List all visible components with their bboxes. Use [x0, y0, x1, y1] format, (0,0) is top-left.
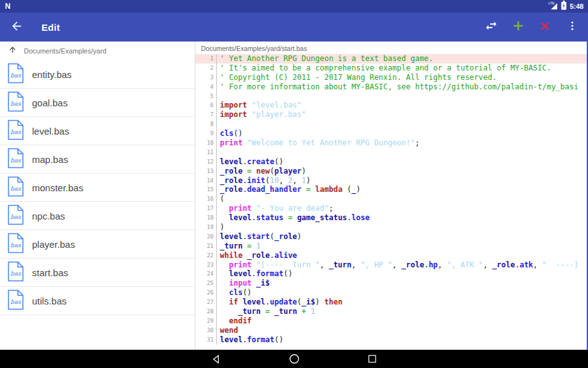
code-line-text: while _role.alive: [217, 251, 297, 260]
status-bar: N LTE 5:48: [0, 0, 588, 13]
bas-file-icon: bas: [8, 233, 24, 256]
code-line: 15_role.dead_handler = lambda (_): [195, 185, 587, 194]
more-vert-icon: [567, 20, 578, 34]
code-line: 8: [195, 120, 587, 129]
code-line: 27 if level.update(_i$) then: [195, 298, 587, 307]
line-number: 1: [195, 54, 217, 64]
code-line-text: [217, 92, 220, 101]
svg-text:bas: bas: [11, 128, 22, 135]
code-line-text: _role.dead_handler = lambda (_): [217, 185, 361, 194]
svg-text:bas: bas: [11, 100, 22, 107]
code-line: 1' Yet Another RPG Dungeon is a text bas…: [195, 54, 587, 64]
line-number: 18: [195, 213, 217, 223]
nav-recents-icon: [368, 354, 377, 364]
bas-file-icon: bas: [8, 261, 24, 284]
line-number: 20: [195, 232, 217, 242]
plus-icon: [511, 19, 525, 35]
code-line-text: print "[---- Turn ", _turn, ", HP ", _ro…: [217, 260, 579, 270]
file-list-item[interactable]: bas start.bas: [0, 259, 195, 287]
line-number: 22: [195, 251, 217, 260]
code-line: 11: [195, 148, 587, 157]
file-list-item[interactable]: bas level.bas: [0, 117, 195, 145]
bas-file-icon: bas: [8, 176, 24, 199]
code-line-text: level.format(): [217, 335, 283, 345]
back-button[interactable]: [0, 13, 33, 42]
line-number: 12: [195, 157, 217, 167]
add-button[interactable]: [504, 13, 531, 42]
code-line: 2' It's aimed to be a comprehensive exam…: [195, 64, 587, 73]
code-line-text: ): [217, 223, 224, 232]
line-number: 19: [195, 223, 217, 232]
overflow-menu-button[interactable]: [558, 13, 585, 42]
close-button[interactable]: [531, 13, 558, 42]
code-line: 28 _turn = _turn + 1: [195, 307, 587, 316]
bas-file-icon: bas: [8, 204, 24, 228]
navigation-bar: [0, 350, 588, 368]
code-line-text: ' Yet Another RPG Dungeon is a text base…: [217, 54, 433, 64]
line-number: 15: [195, 185, 217, 194]
swap-button[interactable]: [477, 13, 504, 42]
file-label: npc.bas: [32, 211, 65, 221]
nav-home-icon: [289, 354, 300, 364]
file-list-item[interactable]: bas goal.bas: [0, 89, 195, 117]
file-list-item[interactable]: bas monster.bas: [0, 174, 195, 202]
code-line-text: cls(): [217, 288, 252, 298]
code-line-text: cls(): [217, 129, 242, 138]
file-label: monster.bas: [32, 182, 84, 193]
file-list-item[interactable]: bas map.bas: [0, 145, 195, 174]
nav-home-button[interactable]: [288, 350, 300, 368]
line-number: 25: [195, 279, 217, 288]
code-line-text: level.format(): [217, 269, 293, 279]
code-line-text: ' For more information about MY-BASIC, s…: [217, 82, 579, 92]
line-number: 28: [195, 307, 217, 316]
code-line-text: endif: [217, 316, 252, 326]
file-label: player.bas: [32, 239, 75, 250]
code-line: 19): [195, 223, 587, 232]
file-label: level.bas: [32, 126, 69, 137]
line-number: 14: [195, 176, 217, 186]
code-line: 16(: [195, 194, 587, 204]
code-line: 5: [195, 92, 587, 101]
app-bar: Edit: [0, 13, 588, 42]
code-line-text: print "- You are dead";: [217, 204, 334, 213]
screen: N LTE 5:48 Edit: [0, 0, 588, 368]
code-line-text: level.status = game_status.lose: [217, 213, 370, 223]
svg-text:LTE: LTE: [548, 1, 555, 5]
file-list-item[interactable]: bas utils.bas: [0, 287, 195, 315]
code-line: 13_role = new(player): [195, 167, 587, 176]
svg-text:bas: bas: [11, 242, 22, 248]
up-directory-button[interactable]: [8, 45, 17, 57]
svg-text:bas: bas: [11, 157, 22, 164]
bas-file-icon: bas: [8, 289, 24, 313]
line-number: 5: [195, 92, 217, 101]
line-number: 8: [195, 120, 217, 129]
file-list-item[interactable]: bas player.bas: [0, 230, 195, 259]
code-line-text: (: [217, 194, 224, 204]
line-number: 29: [195, 316, 217, 326]
code-line: 17 print "- You are dead";: [195, 204, 587, 213]
code-line: 29 endif: [195, 316, 587, 326]
code-line: 25 input _i$: [195, 279, 587, 288]
code-line: 12level.create(): [195, 157, 587, 167]
file-list-item[interactable]: bas entity.bas: [0, 60, 195, 89]
nav-recents-button[interactable]: [366, 350, 378, 368]
line-number: 24: [195, 269, 217, 279]
bas-file-icon: bas: [8, 63, 24, 86]
line-number: 7: [195, 110, 217, 120]
code-area[interactable]: 1' Yet Another RPG Dungeon is a text bas…: [195, 54, 587, 345]
line-number: 3: [195, 73, 217, 82]
code-line-text: ' It's aimed to be a comprehensive examp…: [217, 64, 551, 73]
code-line: 3' Copyright (C) 2011 - 2017 Wang Renxin…: [195, 73, 587, 82]
code-line: 26 cls(): [195, 288, 587, 298]
nav-back-icon: [211, 354, 221, 364]
content: Documents/Examples/yard bas entity.bas b…: [0, 42, 588, 350]
code-line-text: input _i$: [217, 279, 270, 288]
file-label: map.bas: [32, 154, 68, 165]
file-label: entity.bas: [32, 69, 72, 80]
code-line-text: _role = new(player): [217, 167, 306, 176]
line-number: 11: [195, 148, 217, 157]
line-number: 31: [195, 335, 217, 345]
file-list-item[interactable]: bas npc.bas: [0, 202, 195, 230]
nav-back-button[interactable]: [210, 350, 222, 368]
line-number: 4: [195, 82, 217, 92]
